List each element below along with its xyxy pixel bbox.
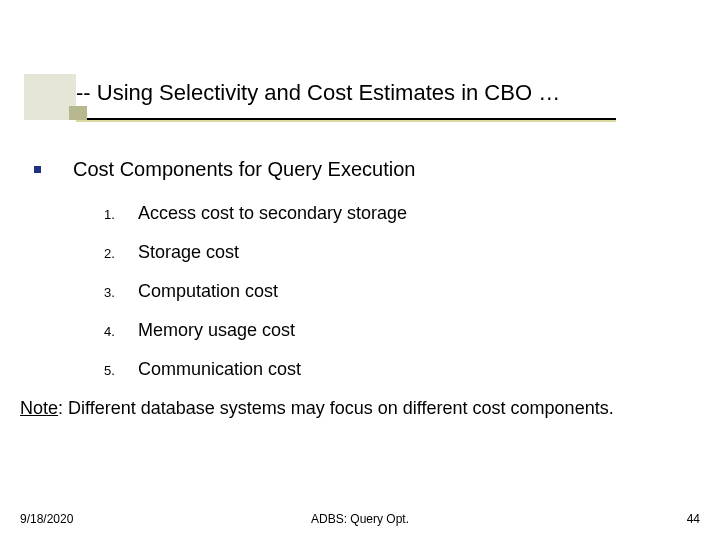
slide-body: Cost Components for Query Execution 1. A… bbox=[30, 158, 690, 419]
list-number: 1. bbox=[104, 207, 138, 222]
note-text: : Different database systems may focus o… bbox=[58, 398, 614, 418]
bullet-text: Cost Components for Query Execution bbox=[73, 158, 415, 181]
footer: 9/18/2020 ADBS: Query Opt. 44 bbox=[0, 512, 720, 526]
note: Note: Different database systems may foc… bbox=[20, 398, 690, 419]
list-text: Access cost to secondary storage bbox=[138, 203, 407, 224]
footer-date: 9/18/2020 bbox=[20, 512, 73, 526]
list-text: Communication cost bbox=[138, 359, 301, 380]
title-decoration-accent bbox=[69, 106, 87, 120]
list-text: Computation cost bbox=[138, 281, 278, 302]
footer-center: ADBS: Query Opt. bbox=[311, 512, 409, 526]
list-text: Memory usage cost bbox=[138, 320, 295, 341]
list-item: 4. Memory usage cost bbox=[104, 320, 690, 341]
list-number: 4. bbox=[104, 324, 138, 339]
slide: -- Using Selectivity and Cost Estimates … bbox=[0, 0, 720, 540]
list-item: 3. Computation cost bbox=[104, 281, 690, 302]
list-item: 5. Communication cost bbox=[104, 359, 690, 380]
list-number: 2. bbox=[104, 246, 138, 261]
list-number: 5. bbox=[104, 363, 138, 378]
list-number: 3. bbox=[104, 285, 138, 300]
list-item: 2. Storage cost bbox=[104, 242, 690, 263]
title-underline bbox=[76, 118, 616, 120]
list-text: Storage cost bbox=[138, 242, 239, 263]
numbered-list: 1. Access cost to secondary storage 2. S… bbox=[104, 203, 690, 380]
footer-page-number: 44 bbox=[687, 512, 700, 526]
bullet-icon bbox=[34, 166, 41, 173]
slide-title: -- Using Selectivity and Cost Estimates … bbox=[76, 80, 560, 106]
list-item: 1. Access cost to secondary storage bbox=[104, 203, 690, 224]
note-label: Note bbox=[20, 398, 58, 418]
bullet-row: Cost Components for Query Execution bbox=[30, 158, 690, 181]
